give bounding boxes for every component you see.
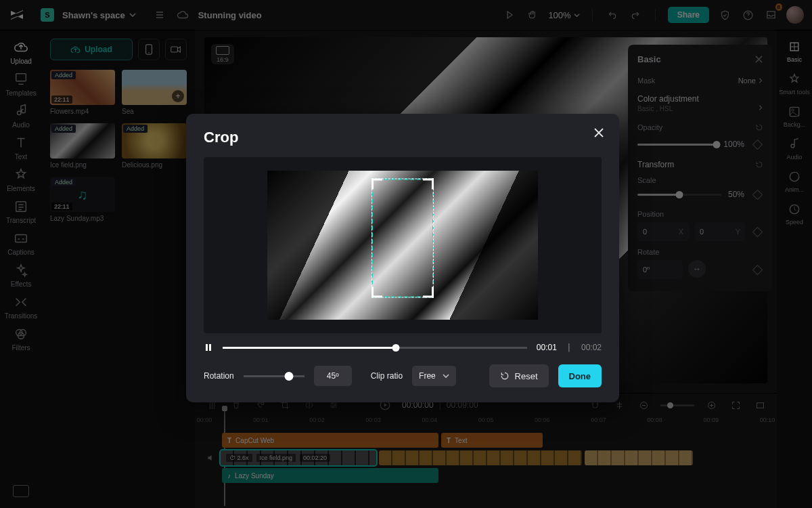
chevron-right-icon <box>758 105 763 110</box>
done-button[interactable]: Done <box>558 364 602 387</box>
music-note-icon: ♫ <box>78 187 88 203</box>
reset-transform-icon[interactable] <box>755 161 763 169</box>
pause-icon[interactable] <box>204 343 213 352</box>
keyframe-icon[interactable] <box>751 263 763 276</box>
share-button[interactable]: Share <box>668 7 709 23</box>
panel-tab-basic[interactable]: Basic <box>787 40 802 63</box>
keyframe-icon[interactable] <box>751 138 763 150</box>
opacity-slider[interactable] <box>637 144 717 146</box>
chevron-down-icon <box>574 12 580 18</box>
rotation-value[interactable]: 45º <box>314 366 352 386</box>
aspect-ratio-button[interactable]: 16:9 <box>211 44 234 64</box>
clip-video-2[interactable] <box>379 450 582 465</box>
clip-text-2[interactable]: T Text <box>441 433 543 448</box>
close-icon[interactable] <box>593 127 604 138</box>
added-badge: Added <box>51 71 76 79</box>
clip-ratio-select[interactable]: Free <box>412 366 456 386</box>
panel-tab-anim[interactable]: Anim... <box>785 170 804 193</box>
add-media-icon[interactable]: + <box>172 90 184 102</box>
inbox-icon[interactable] <box>763 7 778 22</box>
track-mute-icon[interactable] <box>204 453 218 463</box>
flip-button[interactable]: ↔ <box>688 260 706 278</box>
cloud-icon[interactable] <box>175 7 190 22</box>
crop-handle-tr[interactable] <box>423 178 434 189</box>
panel-tab-icon <box>788 203 801 216</box>
tool-transitions[interactable]: Transitions <box>5 295 37 320</box>
zoom-in-icon[interactable] <box>704 398 719 412</box>
position-y-input[interactable]: 0Y <box>694 222 746 241</box>
opacity-value: 100% <box>723 140 744 149</box>
effects-icon <box>14 263 28 278</box>
media-item[interactable]: +Sea <box>122 70 187 115</box>
workspace-switcher[interactable]: Shawn's space <box>62 10 136 20</box>
mask-row[interactable]: Mask None <box>637 77 763 85</box>
crop-handle-bl[interactable] <box>371 287 382 297</box>
crop-box[interactable] <box>371 178 434 297</box>
zoom-track[interactable] <box>660 404 694 406</box>
tool-upload[interactable]: Upload <box>5 40 37 65</box>
color-adjustment-row[interactable]: Color adjustment <box>637 94 763 104</box>
keyframe-icon[interactable] <box>751 226 763 238</box>
svg-rect-21 <box>757 402 763 408</box>
panel-tab-icon <box>788 40 801 54</box>
tool-effects[interactable]: Effects <box>5 263 37 288</box>
tool-audio[interactable]: Audio <box>5 104 37 129</box>
play-preview-icon[interactable] <box>502 7 517 22</box>
clip-video-selected[interactable]: ⏱ 2.6x Ice field.png 00:02:20 <box>221 450 376 465</box>
hand-icon[interactable] <box>525 7 540 22</box>
tool-transcript[interactable]: Transcript <box>5 199 37 224</box>
avatar[interactable] <box>786 6 804 24</box>
reset-button[interactable]: Reset <box>489 364 549 387</box>
redo-icon[interactable] <box>628 7 643 22</box>
media-item[interactable]: AddedIce field.png <box>50 123 115 169</box>
close-icon[interactable] <box>754 55 763 64</box>
zoom-level[interactable]: 100% <box>548 10 579 20</box>
scale-slider[interactable] <box>637 194 721 196</box>
project-title[interactable]: Stunning video <box>198 10 262 20</box>
app-logo[interactable] <box>8 6 26 24</box>
help-icon[interactable] <box>740 7 755 22</box>
undo-icon[interactable] <box>605 7 620 22</box>
ruler-tick: 00:08 <box>647 417 662 423</box>
tool-elements[interactable]: Elements <box>5 167 37 192</box>
tool-captions[interactable]: Captions <box>5 231 37 256</box>
shield-icon[interactable] <box>717 7 732 22</box>
keyframe-icon[interactable] <box>751 188 763 200</box>
panel-tab-icon <box>788 105 801 119</box>
rotation-slider[interactable] <box>244 375 304 377</box>
media-item[interactable]: ♫Added22:11Lazy Sunday.mp3 <box>50 177 115 222</box>
device-camera-icon[interactable] <box>165 39 187 60</box>
panel-tab-smarttools[interactable]: Smart tools <box>779 72 810 96</box>
ruler-tick: 00:03 <box>365 417 381 423</box>
tool-text[interactable]: Text <box>5 135 37 161</box>
playback-slider[interactable] <box>223 347 527 349</box>
svg-point-8 <box>148 52 149 53</box>
position-x-input[interactable]: 0X <box>637 222 689 241</box>
fullscreen-icon[interactable] <box>752 398 767 412</box>
device-phone-icon[interactable] <box>138 39 160 60</box>
reset-opacity-icon[interactable] <box>755 123 763 131</box>
subtitles-toggle[interactable] <box>13 485 29 497</box>
crop-handle-tl[interactable] <box>371 178 382 189</box>
list-icon[interactable] <box>152 7 167 22</box>
media-item[interactable]: Added22:11Flowers.mp4 <box>50 70 115 115</box>
text-clip-icon: T <box>227 437 231 444</box>
clip-video-3[interactable] <box>585 450 693 465</box>
panel-tab-speed[interactable]: Speed <box>786 203 803 226</box>
clip-duration-badge: 00:02:20 <box>300 454 330 462</box>
zoom-out-icon[interactable] <box>636 398 651 412</box>
clip-audio[interactable]: ♪ Lazy Sunday <box>222 468 438 483</box>
crop-handle-br[interactable] <box>423 287 434 297</box>
panel-tab-backg[interactable]: Backg... <box>784 105 806 128</box>
media-name: Lazy Sunday.mp3 <box>50 215 115 222</box>
tool-templates[interactable]: Templates <box>5 72 37 97</box>
media-item[interactable]: AddedDelicious.png <box>122 123 187 169</box>
ruler-tick: 00:10 <box>760 417 775 423</box>
upload-button[interactable]: Upload <box>50 39 133 60</box>
clip-text-1[interactable]: T CapCut Web <box>222 433 438 448</box>
fit-icon[interactable] <box>728 398 743 412</box>
crop-preview[interactable] <box>204 157 602 333</box>
tool-filters[interactable]: Filters <box>5 326 37 352</box>
panel-tab-audio[interactable]: Audio <box>786 137 802 161</box>
rotate-input[interactable]: 0º <box>637 260 683 279</box>
